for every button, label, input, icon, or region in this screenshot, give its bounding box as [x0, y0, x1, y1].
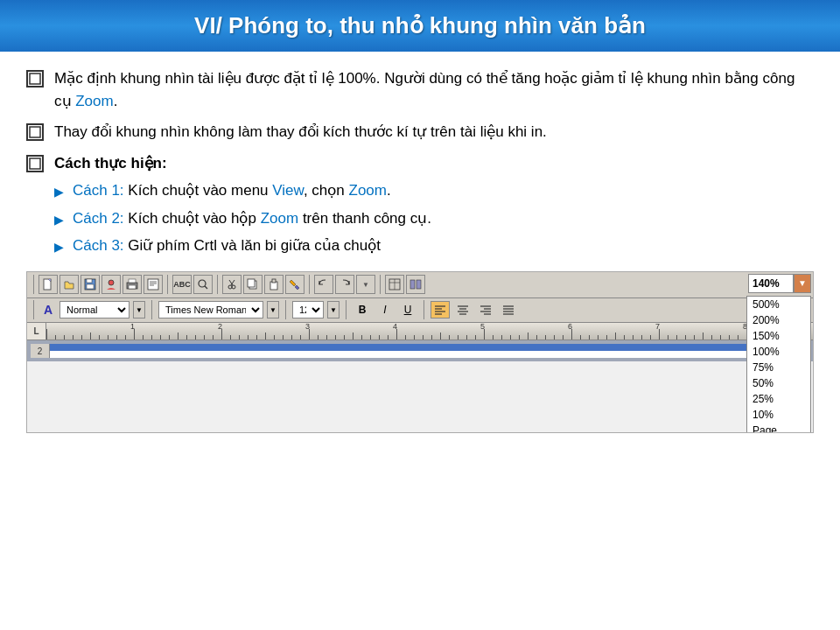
page: VI/ Phóng to, thu nhỏ khung nhìn văn bản… — [0, 0, 840, 630]
size-dropdown-btn[interactable]: ▼ — [327, 301, 340, 318]
doc-content — [50, 344, 809, 358]
size-select[interactable]: 12 10 11 14 — [292, 301, 324, 318]
sub-list: ▶ Cách 1: Kích chuột vào menu View, chọn… — [54, 179, 814, 257]
spellcheck-btn[interactable]: ABC — [172, 275, 192, 294]
zoom-box[interactable]: 140% — [748, 274, 794, 293]
bullet3-label: Cách thực hiện: — [54, 155, 167, 172]
doc-top-blue — [50, 344, 809, 351]
style-dropdown-btn[interactable]: ▼ — [133, 301, 145, 318]
italic-btn[interactable]: I — [375, 301, 395, 318]
print-btn[interactable] — [122, 275, 142, 294]
align-justify-btn[interactable] — [499, 301, 518, 318]
svg-rect-5 — [87, 279, 92, 283]
sub3-label: Cách 3: — [73, 237, 124, 254]
research-btn[interactable] — [193, 275, 213, 294]
svg-rect-6 — [87, 284, 94, 289]
sub1-highlight1: View — [272, 182, 304, 199]
zoom-dropdown: 500% 200% 150% 100% 75% 50% 25% 10% Page… — [746, 296, 811, 433]
bullet1-text2: . — [114, 93, 118, 109]
sub-item-3: ▶ Cách 3: Giữ phím Crtl và lăn bi giữa c… — [54, 234, 814, 257]
toolbar-row1: ABC — [27, 272, 813, 298]
zoom-500[interactable]: 500% — [747, 297, 810, 312]
paste-btn[interactable] — [264, 275, 284, 294]
zoom-pagewidth[interactable]: Page Width — [747, 423, 810, 433]
preview-btn[interactable] — [144, 275, 163, 294]
bullet-item-3: Cách thực hiện: — [26, 152, 814, 175]
sub-text-3: Cách 3: Giữ phím Crtl và lăn bi giữa của… — [73, 234, 814, 257]
sub2-label: Cách 2: — [73, 210, 124, 227]
align-left-btn[interactable] — [430, 301, 450, 318]
sub2-text: Kích chuột vào hộp — [124, 210, 261, 227]
sep-fmt5 — [424, 300, 424, 319]
svg-rect-25 — [416, 280, 421, 289]
sep5 — [380, 275, 381, 294]
permissions-btn[interactable] — [102, 275, 121, 294]
sub1-highlight2: Zoom — [349, 182, 387, 199]
bullet-list: Mặc định khung nhìn tài liệu được đặt tỉ… — [26, 67, 814, 174]
zoom-150[interactable]: 150% — [747, 328, 810, 344]
save-btn[interactable] — [80, 275, 100, 294]
underline-btn[interactable]: U — [398, 301, 417, 318]
align-center-btn[interactable] — [453, 301, 472, 318]
sub1-label: Cách 1: — [73, 182, 124, 199]
zoom-100[interactable]: 100% — [747, 344, 810, 360]
table-btn[interactable] — [385, 275, 404, 294]
doc-area: 2 — [27, 340, 813, 361]
cut-btn[interactable] — [222, 275, 242, 294]
ruler-row: L 123456789 — [27, 323, 813, 340]
sep4 — [309, 275, 310, 294]
undo-btn[interactable] — [314, 275, 333, 294]
sub2-text2: trên thanh công cụ. — [298, 210, 431, 227]
svg-point-7 — [108, 280, 114, 285]
zoom-25[interactable]: 25% — [747, 391, 810, 407]
columns-btn[interactable] — [406, 275, 425, 294]
ruler-scale: 123456789 — [46, 323, 813, 340]
font-dropdown-btn[interactable]: ▼ — [267, 301, 279, 318]
sep2 — [167, 275, 168, 294]
align-right-btn[interactable] — [476, 301, 495, 318]
sub1-text2: , chọn — [304, 182, 349, 199]
new-btn[interactable] — [38, 275, 58, 294]
bullet1-highlight1: Zoom — [75, 93, 113, 109]
sep-fmt4 — [346, 300, 346, 319]
toolbar-area: ABC — [26, 271, 814, 433]
line-number-col: 2 — [31, 344, 50, 358]
zoom-50[interactable]: 50% — [747, 375, 810, 391]
arrow-icon-3: ▶ — [54, 238, 64, 256]
zoom-75[interactable]: 75% — [747, 360, 810, 375]
zoom-200[interactable]: 200% — [747, 312, 810, 328]
formatpaint-btn[interactable] — [285, 275, 304, 294]
svg-rect-20 — [272, 279, 276, 283]
svg-rect-24 — [410, 280, 415, 289]
toolbar-row2: A Normal Heading 1 Heading 2 ▼ Times New… — [27, 298, 813, 323]
svg-rect-18 — [248, 279, 255, 287]
svg-line-16 — [205, 286, 207, 289]
redo-btn[interactable] — [335, 275, 354, 294]
zoom-dropdown-btn[interactable]: ▼ — [794, 274, 811, 293]
checkbox-icon-1 — [26, 70, 44, 88]
dropdown-arrow-icon: ▼ — [798, 278, 807, 288]
undo-arrow-btn[interactable]: ▼ — [356, 275, 375, 294]
style-icon-btn[interactable]: A — [40, 300, 56, 319]
sub-text-1: Cách 1: Kích chuột vào menu View, chọn Z… — [73, 179, 814, 202]
svg-rect-1 — [30, 127, 40, 137]
svg-rect-10 — [129, 285, 136, 289]
ruler-l-label: L — [33, 326, 38, 336]
svg-rect-0 — [30, 74, 40, 84]
font-select[interactable]: Times New Roman Arial Calibri — [158, 301, 263, 318]
header: VI/ Phóng to, thu nhỏ khung nhìn văn bản — [0, 0, 840, 52]
bullet1-text1: Mặc định khung nhìn tài liệu được đặt tỉ… — [54, 70, 794, 109]
copy-btn[interactable] — [243, 275, 262, 294]
style-select[interactable]: Normal Heading 1 Heading 2 — [60, 301, 130, 318]
zoom-10[interactable]: 10% — [747, 407, 810, 423]
open-btn[interactable] — [60, 275, 79, 294]
bold-btn[interactable]: B — [353, 301, 372, 318]
sep3 — [217, 275, 218, 294]
bullet-text-3: Cách thực hiện: — [54, 152, 814, 175]
bullet-item-2: Thay đổi khung nhìn không làm thay đổi k… — [26, 121, 814, 144]
bullet-item-1: Mặc định khung nhìn tài liệu được đặt tỉ… — [26, 67, 814, 112]
line-num-2: 2 — [38, 346, 43, 358]
checkbox-icon-3 — [26, 155, 44, 172]
svg-rect-2 — [30, 158, 40, 169]
sep-fmt3 — [285, 300, 286, 319]
